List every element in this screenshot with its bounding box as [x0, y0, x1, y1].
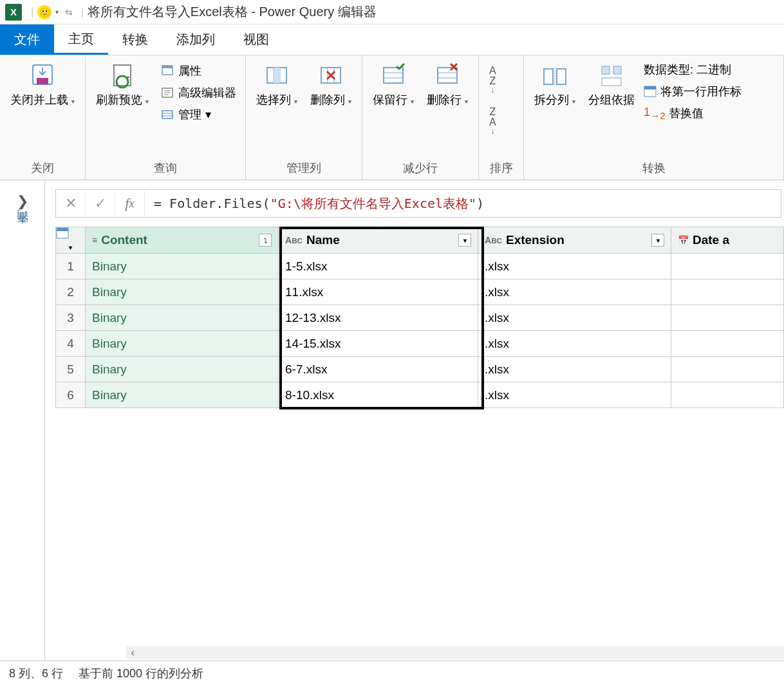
ribbon: 关闭并上载 ▾ 关闭 刷新预览 ▾ 属性 高级编辑器 — [0, 55, 784, 180]
cell-date[interactable] — [671, 254, 784, 279]
sort-desc-button[interactable]: ZA↓ — [489, 107, 496, 135]
group-by-button[interactable]: 分组依据 — [584, 59, 639, 110]
filter-icon[interactable]: ▾ — [651, 234, 664, 247]
first-row-header-button[interactable]: 将第一行用作标 — [644, 84, 760, 99]
table-row[interactable]: 6Binary8-10.xlsx.xlsx — [56, 382, 784, 408]
group-query-label: 查询 — [92, 158, 239, 178]
window-title: 将所有文件名导入Excel表格 - Power Query 编辑器 — [88, 3, 377, 21]
advanced-editor-button[interactable]: 高级编辑器 — [158, 84, 239, 102]
cell-extension[interactable]: .xlsx — [478, 254, 671, 279]
cell-extension[interactable]: .xlsx — [478, 331, 671, 357]
column-header-name[interactable]: ABCName▾ — [279, 227, 478, 254]
cell-date[interactable] — [671, 382, 784, 408]
column-header-extension[interactable]: ABCExtension▾ — [478, 227, 671, 254]
table-row[interactable]: 4Binary14-15.xlsx.xlsx — [56, 331, 784, 357]
group-by-label: 分组依据 — [588, 93, 635, 108]
cell-content[interactable]: Binary — [86, 279, 279, 305]
data-grid[interactable]: ▾ ≡Content⤵ ABCName▾ ABCExtension▾ 📅Date… — [55, 227, 784, 408]
keep-rows-button[interactable]: 保留行 ▾ — [369, 59, 418, 110]
cell-name[interactable]: 14-15.xlsx — [279, 331, 478, 357]
tab-file[interactable]: 文件 — [0, 24, 54, 55]
cell-name[interactable]: 11.xlsx — [279, 279, 478, 305]
row-number: 1 — [56, 254, 86, 279]
formula-accept-button[interactable]: ✓ — [86, 190, 115, 217]
remove-rows-icon — [433, 62, 462, 90]
table-row[interactable]: 3Binary12-13.xlsx.xlsx — [56, 305, 784, 331]
tab-home[interactable]: 主页 — [54, 24, 108, 55]
table-icon — [644, 86, 657, 97]
cell-extension[interactable]: .xlsx — [478, 382, 671, 408]
cell-content[interactable]: Binary — [86, 357, 279, 382]
filter-icon[interactable]: ▾ — [458, 234, 471, 247]
refresh-preview-button[interactable]: 刷新预览 ▾ — [92, 59, 153, 110]
horizontal-scrollbar[interactable]: ‹ — [126, 646, 784, 659]
separator: | — [80, 6, 83, 19]
cell-content[interactable]: Binary — [86, 254, 279, 279]
sort-asc-button[interactable]: AZ↓ — [489, 66, 496, 94]
manage-button[interactable]: 管理 ▾ — [158, 106, 239, 124]
fx-icon[interactable]: fx — [115, 190, 145, 217]
choose-columns-icon — [263, 62, 291, 90]
cell-extension[interactable]: .xlsx — [478, 279, 671, 305]
cell-name[interactable]: 8-10.xlsx — [279, 382, 478, 408]
group-sort-label: 排序 — [485, 158, 517, 178]
qat-dropdown-icon[interactable]: ▾ — [55, 8, 59, 15]
properties-label: 属性 — [178, 63, 201, 79]
remove-rows-button[interactable]: 删除行 ▾ — [423, 59, 472, 110]
split-column-button[interactable]: 拆分列 ▾ — [530, 59, 579, 110]
group-manage-columns: 选择列 ▾ 删除列 ▾ 管理列 — [246, 55, 362, 180]
data-type-button[interactable]: 数据类型: 二进制 — [644, 62, 760, 77]
expand-queries-button[interactable]: ❯ — [17, 193, 28, 210]
svg-rect-16 — [274, 68, 280, 83]
cell-date[interactable] — [671, 357, 784, 382]
row-number: 5 — [56, 357, 86, 382]
cell-name[interactable]: 12-13.xlsx — [279, 305, 478, 331]
cell-date[interactable] — [671, 331, 784, 357]
cell-content[interactable]: Binary — [86, 305, 279, 331]
split-column-icon — [541, 62, 569, 90]
formula-cancel-button[interactable]: ✕ — [56, 190, 86, 217]
ribbon-tabs: 文件 主页 转换 添加列 视图 — [0, 24, 784, 55]
manage-label: 管理 — [178, 107, 201, 122]
cell-date[interactable] — [671, 305, 784, 331]
cell-extension[interactable]: .xlsx — [478, 357, 671, 382]
cell-content[interactable]: Binary — [86, 382, 279, 408]
tab-view[interactable]: 视图 — [229, 24, 283, 55]
refresh-label: 刷新预览 — [96, 93, 142, 106]
workspace: ❯ 查询 ✕ ✓ fx = Folder.Files("G:\将所有文件名导入E… — [0, 180, 784, 661]
advanced-editor-icon — [160, 86, 174, 100]
formula-text[interactable]: = Folder.Files("G:\将所有文件名导入Excel表格") — [145, 195, 781, 212]
tab-transform[interactable]: 转换 — [108, 24, 162, 55]
replace-values-button[interactable]: 1→2 替换值 — [644, 106, 760, 121]
remove-columns-button[interactable]: 删除列 ▾ — [306, 59, 355, 110]
close-load-button[interactable]: 关闭并上载 ▾ — [6, 59, 79, 110]
status-cols-rows: 8 列、6 行 — [9, 666, 63, 681]
cell-extension[interactable]: .xlsx — [478, 305, 671, 331]
svg-rect-1 — [37, 78, 48, 84]
table-row[interactable]: 2Binary11.xlsx.xlsx — [56, 279, 784, 305]
group-close-label: 关闭 — [6, 158, 79, 178]
datetime-type-icon: 📅 — [678, 235, 689, 245]
tab-add-column[interactable]: 添加列 — [162, 24, 229, 55]
properties-button[interactable]: 属性 — [158, 62, 239, 80]
table-row[interactable]: 1Binary1-5.xlsx.xlsx — [56, 254, 784, 279]
table-corner[interactable]: ▾ — [56, 227, 86, 254]
choose-columns-button[interactable]: 选择列 ▾ — [252, 59, 301, 110]
refresh-icon — [108, 62, 136, 90]
expand-icon[interactable]: ⤵ — [259, 234, 272, 247]
cell-name[interactable]: 1-5.xlsx — [279, 254, 478, 279]
cell-content[interactable]: Binary — [86, 331, 279, 357]
group-by-icon — [597, 62, 626, 90]
svg-rect-26 — [544, 69, 553, 84]
row-number: 2 — [56, 279, 86, 305]
column-header-date[interactable]: 📅Date a — [671, 227, 784, 254]
cell-date[interactable] — [671, 279, 784, 305]
svg-rect-35 — [57, 228, 68, 231]
smiley-icon[interactable]: 🙂 — [37, 5, 51, 19]
svg-rect-20 — [384, 68, 403, 83]
column-header-content[interactable]: ≡Content⤵ — [86, 227, 279, 254]
svg-rect-31 — [602, 78, 621, 86]
properties-icon — [160, 64, 174, 78]
cell-name[interactable]: 6-7.xlsx — [279, 357, 478, 382]
table-row[interactable]: 5Binary6-7.xlsx.xlsx — [56, 357, 784, 382]
